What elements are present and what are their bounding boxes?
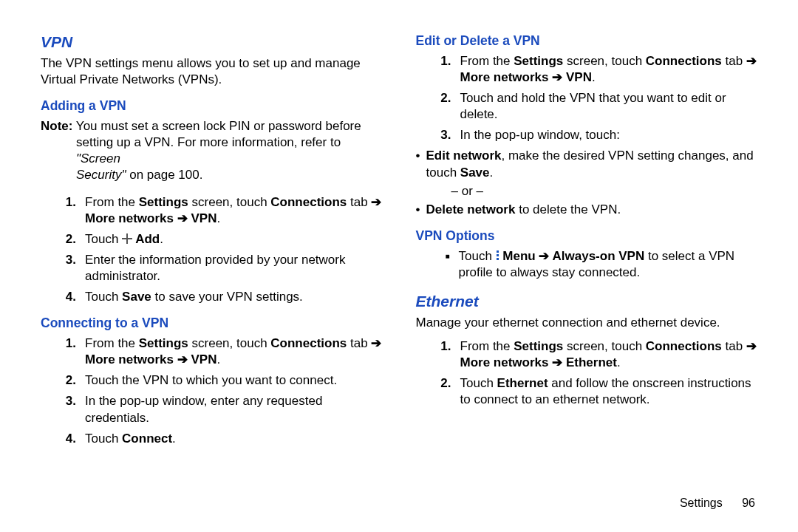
arrow-icon: ➔	[371, 336, 381, 350]
note-page: on page 100.	[126, 168, 202, 182]
t: Touch	[85, 232, 122, 246]
settings-bold: Settings	[139, 195, 188, 209]
t: screen, touch	[188, 195, 271, 209]
arrow-icon: ➔	[552, 355, 562, 369]
t: tab	[347, 195, 371, 209]
footer-section: Settings	[680, 497, 723, 509]
save-bold: Save	[122, 290, 151, 304]
note-ref2: Security"	[76, 168, 126, 182]
add-step-4: 4. Touch Save to save your VPN settings.	[41, 289, 383, 305]
or-separator: – or –	[451, 184, 758, 199]
t: Enter the information provided by your n…	[85, 252, 383, 284]
vpn-intro-text: The VPN settings menu allows you to set …	[41, 55, 383, 88]
right-column: Edit or Delete a VPN 1. From the Setting…	[416, 33, 758, 451]
vpn-bold: VPN	[566, 70, 592, 84]
t: Touch	[85, 432, 122, 446]
save-bold: Save	[460, 166, 490, 180]
more-networks-bold: More networks	[460, 70, 549, 84]
ethernet-steps: 1. From the Settings screen, touch Conne…	[416, 338, 758, 408]
eth-step-2: 2. Touch Ethernet and follow the onscree…	[416, 375, 758, 408]
connections-bold: Connections	[646, 54, 722, 68]
t: to delete the VPN.	[515, 202, 621, 216]
vpn-option-always-on: Touch Menu ➔ Always-on VPN to select a V…	[416, 248, 758, 281]
arrow-icon: ➔	[552, 70, 562, 84]
heading-vpn-options: VPN Options	[416, 228, 758, 244]
t: In the pop-up window, touch:	[460, 127, 758, 143]
t: .	[490, 166, 494, 180]
more-networks-bold: More networks	[85, 211, 174, 225]
note-block: Note: You must set a screen lock PIN or …	[41, 118, 383, 183]
edit-delete-bullets-2: Delete network to delete the VPN.	[416, 202, 758, 218]
ed-step-2: 2. Touch and hold the VPN that you want …	[416, 90, 758, 123]
note-line1: You must set a screen lock PIN or passwo…	[72, 119, 361, 133]
con-step-2: 2. Touch the VPN to which you want to co…	[41, 372, 383, 389]
connections-bold: Connections	[270, 336, 347, 350]
bullet-edit-network: Edit network, make the desired VPN setti…	[416, 148, 758, 180]
settings-bold: Settings	[139, 336, 188, 350]
ed-step-1: 1. From the Settings screen, touch Conne…	[416, 53, 758, 86]
heading-vpn: VPN	[41, 33, 383, 51]
con-step-4: 4. Touch Connect.	[41, 431, 383, 447]
arrow-icon: ➔	[746, 339, 757, 353]
always-on-bold: Always-on VPN	[549, 249, 644, 263]
settings-bold: Settings	[514, 339, 563, 353]
t: Touch and hold the VPN that you want to …	[460, 90, 758, 123]
connect-bold: Connect	[122, 432, 172, 446]
vpn-bold: VPN	[191, 211, 216, 225]
vpn-bold: VPN	[191, 352, 216, 366]
t: tab	[722, 339, 746, 353]
ed-step-3: 3. In the pop-up window, touch:	[416, 127, 758, 143]
t: .	[216, 352, 220, 366]
page-columns: VPN The VPN settings menu allows you to …	[41, 33, 757, 451]
t: .	[216, 211, 220, 225]
heading-edit-delete: Edit or Delete a VPN	[416, 33, 758, 49]
adding-vpn-steps: 1. From the Settings screen, touch Conne…	[41, 194, 383, 306]
heading-connecting-vpn: Connecting to a VPN	[41, 316, 383, 331]
connections-bold: Connections	[646, 339, 722, 353]
more-networks-bold: More networks	[460, 355, 549, 369]
t: .	[592, 70, 596, 84]
eth-step-1: 1. From the Settings screen, touch Conne…	[416, 338, 758, 371]
note-lead: Note:	[41, 119, 72, 133]
add-step-1: 1. From the Settings screen, touch Conne…	[41, 194, 383, 227]
t: From the	[85, 336, 139, 350]
t: Touch the VPN to which you want to conne…	[85, 372, 383, 389]
t: From the	[460, 339, 514, 353]
connections-bold: Connections	[270, 195, 347, 209]
add-bold: Add	[132, 232, 160, 246]
t: Touch	[85, 290, 122, 304]
ethernet-bold: Ethernet	[497, 376, 548, 390]
arrow-icon: ➔	[371, 195, 381, 209]
menu-bold: Menu	[499, 249, 539, 263]
add-step-2: 2. Touch Add.	[41, 231, 383, 248]
arrow-icon: ➔	[177, 352, 188, 366]
delete-network-bold: Delete network	[426, 202, 516, 216]
arrow-icon: ➔	[539, 249, 549, 263]
edit-delete-steps: 1. From the Settings screen, touch Conne…	[416, 53, 758, 143]
t: Touch	[460, 376, 497, 390]
t: .	[617, 355, 621, 369]
t: From the	[85, 195, 139, 209]
vpn-options-list: Touch Menu ➔ Always-on VPN to select a V…	[416, 248, 758, 281]
heading-adding-vpn: Adding a VPN	[41, 98, 383, 114]
note-line2a: setting up a VPN. For more information, …	[76, 135, 341, 149]
arrow-icon: ➔	[746, 54, 757, 68]
t: Touch	[459, 249, 496, 263]
connecting-vpn-steps: 1. From the Settings screen, touch Conne…	[41, 335, 383, 447]
ethernet-intro-text: Manage your ethernet connection and ethe…	[416, 315, 758, 331]
t: tab	[347, 336, 371, 350]
page-footer: Settings 96	[680, 497, 755, 510]
left-column: VPN The VPN settings menu allows you to …	[41, 33, 383, 451]
con-step-3: 3. In the pop-up window, enter any reque…	[41, 393, 383, 426]
t: .	[172, 432, 176, 446]
heading-ethernet: Ethernet	[416, 293, 758, 310]
add-step-3: 3. Enter the information provided by you…	[41, 252, 383, 284]
arrow-icon: ➔	[177, 211, 188, 225]
settings-bold: Settings	[514, 54, 563, 68]
t: screen, touch	[563, 339, 646, 353]
edit-network-bold: Edit network	[426, 149, 502, 163]
t: In the pop-up window, enter any requeste…	[85, 393, 383, 426]
ethernet-bold: Ethernet	[566, 355, 617, 369]
t: to save your VPN settings.	[151, 290, 303, 304]
t: screen, touch	[563, 54, 646, 68]
